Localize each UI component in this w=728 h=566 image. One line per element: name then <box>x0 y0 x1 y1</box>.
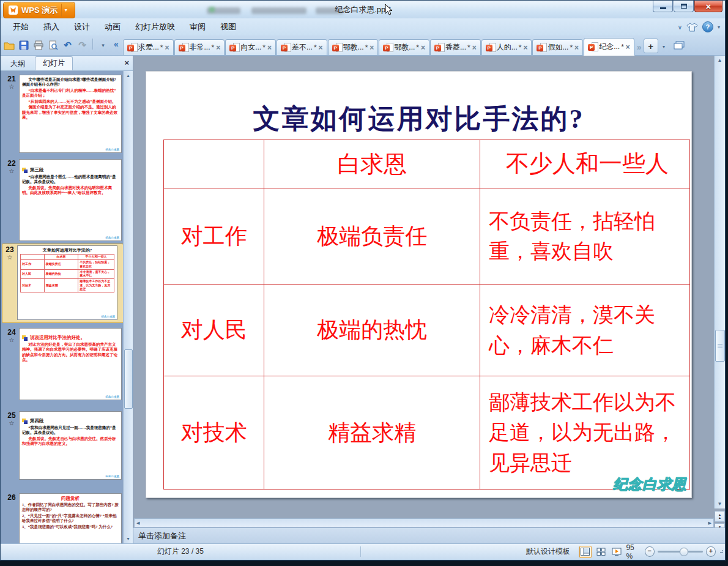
print-preview-button[interactable] <box>47 40 59 51</box>
menu-home[interactable]: 开始 <box>6 18 36 35</box>
tab-list-icon[interactable] <box>674 41 685 52</box>
tab-slides[interactable]: 幻灯片 <box>35 56 73 70</box>
undo-button[interactable]: ↶ <box>62 40 73 51</box>
sidebar-scrollbar[interactable]: ▲ ▼ <box>123 71 133 543</box>
thumb-text: “白求恩毫不利己专门利人的精神……极端的热忱”是正面介绍； <box>22 88 119 99</box>
menu-slideshow[interactable]: 幻灯片放映 <box>128 18 182 35</box>
slide-thumbnail-22[interactable]: 22 ☆ 第三段 “白求恩同志是个医生……他的医术是很高明的”是记叙。其余是议论… <box>4 159 124 241</box>
customize-toolbar-icon[interactable]: ▾ <box>97 40 109 51</box>
table-cell[interactable]: 精益求精 <box>264 376 480 490</box>
close-panel-icon[interactable]: × <box>124 58 129 67</box>
horizontal-scrollbar[interactable]: ◀ ▶ <box>134 518 714 527</box>
close-tab-icon[interactable]: × <box>216 43 220 52</box>
tab-label: 人的... <box>497 42 518 53</box>
close-tab-icon[interactable]: × <box>421 43 425 52</box>
scroll-down-icon[interactable]: ▼ <box>715 499 725 508</box>
zoom-in-button[interactable]: + <box>706 546 716 557</box>
close-tab-icon[interactable]: × <box>574 43 579 52</box>
slideshow-view-button[interactable] <box>611 546 623 558</box>
save-button[interactable] <box>18 40 29 51</box>
slide-thumbnail-24[interactable]: 24 ☆ 说说运用对比手法的好处。 对比方法的好处是，突出了白求恩崇高的共产主义… <box>4 328 124 400</box>
close-tab-icon[interactable]: × <box>165 43 169 52</box>
document-tab-active[interactable]: 纪念...*× <box>584 38 634 55</box>
minimize-button[interactable] <box>653 1 673 12</box>
slide-title[interactable]: 文章如何运用对比手法的? <box>146 101 691 137</box>
document-tab[interactable]: 求爱...*× <box>123 39 174 55</box>
zoom-slider-handle[interactable] <box>680 548 688 556</box>
close-tab-icon[interactable]: × <box>626 43 630 51</box>
table-cell[interactable]: 鄙薄技术工作以为不足道，以为无出路，见异思迁 <box>480 376 690 490</box>
slide-table[interactable]: 白求恩 不少人和一些人 对工作 极端负责任 不负责任，拈轻怕重，喜欢自吹 对人民… <box>163 140 690 490</box>
tab-outline[interactable]: 大纲 <box>3 58 32 70</box>
resize-grip[interactable] <box>720 550 723 553</box>
previous-slide-button[interactable]: ▲ ▲ <box>715 511 725 522</box>
new-tab-button[interactable]: + <box>644 39 658 53</box>
document-tab[interactable]: 香菱...*× <box>430 39 481 55</box>
animation-star-icon: ☆ <box>4 168 19 174</box>
slide-thumbnail-25[interactable]: 25 ☆ 第四段 “我和白求恩同志只见过一面……我是很悲痛的”是记叙。其余是议论… <box>4 411 124 480</box>
skin-theme-icon[interactable] <box>686 23 698 32</box>
scrollbar-thumb[interactable] <box>124 349 133 409</box>
help-dropdown-icon[interactable]: ▾ <box>718 24 720 30</box>
menu-design[interactable]: 设计 <box>67 18 97 35</box>
zoom-out-button[interactable]: − <box>645 546 655 557</box>
collapse-ribbon-icon[interactable]: ∨ <box>678 24 682 31</box>
menu-animation[interactable]: 动画 <box>97 18 128 35</box>
scroll-down-icon[interactable]: ▼ <box>124 534 133 543</box>
open-file-button[interactable] <box>3 40 15 51</box>
table-cell[interactable]: 对工作 <box>164 188 264 285</box>
zoom-slider[interactable] <box>658 551 703 553</box>
scroll-up-icon[interactable]: ▲ <box>715 56 725 65</box>
new-tab-dropdown-icon[interactable]: ▾ <box>658 41 670 53</box>
document-tab[interactable]: 鄂教...*× <box>328 39 379 55</box>
redo-button[interactable]: ↷ <box>76 40 88 51</box>
help-icon[interactable]: ? <box>702 21 713 32</box>
normal-view-button[interactable] <box>579 546 592 558</box>
tab-label: 香菱... <box>445 42 466 53</box>
scroll-tabs-right-icon[interactable]: » <box>637 42 642 52</box>
table-cell[interactable]: 极端负责任 <box>264 188 480 285</box>
scroll-up-icon[interactable]: ▲ <box>124 71 133 80</box>
thumb-title: 说说运用对比手法的好处。 <box>30 335 85 341</box>
close-tab-icon[interactable]: × <box>370 43 374 52</box>
close-button[interactable]: × <box>694 1 722 12</box>
slide-sorter-view-button[interactable] <box>595 546 607 558</box>
maximize-button[interactable] <box>674 1 694 12</box>
table-cell[interactable]: 对技术 <box>164 376 264 490</box>
close-tab-icon[interactable]: × <box>319 43 323 52</box>
slide-thumbnail-23-selected[interactable]: 23 ☆ 文章如何运用对比手法的? 白求恩不少人和一些人 对工作极端负责任不负责… <box>2 244 124 323</box>
close-tab-icon[interactable]: × <box>267 43 272 52</box>
table-cell[interactable] <box>164 140 264 188</box>
print-button[interactable] <box>32 40 44 51</box>
close-tab-icon[interactable]: × <box>523 43 527 52</box>
scrollbar-thumb[interactable] <box>715 330 725 362</box>
table-cell[interactable]: 不少人和一些人 <box>480 140 690 188</box>
vertical-scrollbar[interactable]: ▲ ▼ <box>714 56 725 508</box>
slide-thumbnail-21[interactable]: 21 ☆ 文中哪些话是正面介绍白求恩?哪些话是侧面介绍?侧面介绍有什么作用? “… <box>4 75 124 153</box>
menu-insert[interactable]: 插入 <box>36 18 67 35</box>
table-cell[interactable]: 白求恩 <box>264 140 480 188</box>
document-tab[interactable]: 非常...*× <box>174 39 225 55</box>
notes-pane[interactable]: 单击添加备注 <box>133 527 725 543</box>
document-tab[interactable]: 人的...*× <box>481 39 532 55</box>
document-tab[interactable]: 差不...*× <box>277 39 327 55</box>
slide-thumbnail-26[interactable]: 26 问题赏析 1、作者回忆了同白求恩同志的交往。写了那些内容? 按怎样的顺序写… <box>4 493 124 543</box>
scroll-left-icon[interactable]: ◀ <box>135 521 141 526</box>
document-tab[interactable]: 鄂教...*× <box>379 39 429 55</box>
menu-view[interactable]: 视图 <box>213 18 243 35</box>
table-cell[interactable]: 极端的热忱 <box>264 285 480 376</box>
menu-review[interactable]: 审阅 <box>182 18 213 35</box>
ppt-file-icon <box>127 43 137 53</box>
slide-23[interactable]: 文章如何运用对比手法的? 白求恩 不少人和一些人 对工作 极端负责任 不负责任，… <box>146 71 692 498</box>
close-tab-icon[interactable]: × <box>472 43 477 52</box>
scroll-right-icon[interactable]: ▶ <box>707 521 713 526</box>
slide-canvas[interactable]: 文章如何运用对比手法的? 白求恩 不少人和一些人 对工作 极端负责任 不负责任，… <box>133 56 715 518</box>
tab-label: 鄂教... <box>343 42 364 53</box>
tab-label: 纪念... <box>599 42 620 52</box>
table-cell[interactable]: 不负责任，拈轻怕重，喜欢自吹 <box>480 188 690 285</box>
document-tab[interactable]: 向女...*× <box>225 39 276 55</box>
scroll-tabs-left-icon[interactable]: « <box>114 39 119 49</box>
table-cell[interactable]: 冷冷清清，漠不关心，麻木不仁 <box>480 285 690 376</box>
document-tab[interactable]: 假如...*× <box>532 39 583 55</box>
table-cell[interactable]: 对人民 <box>164 285 264 376</box>
